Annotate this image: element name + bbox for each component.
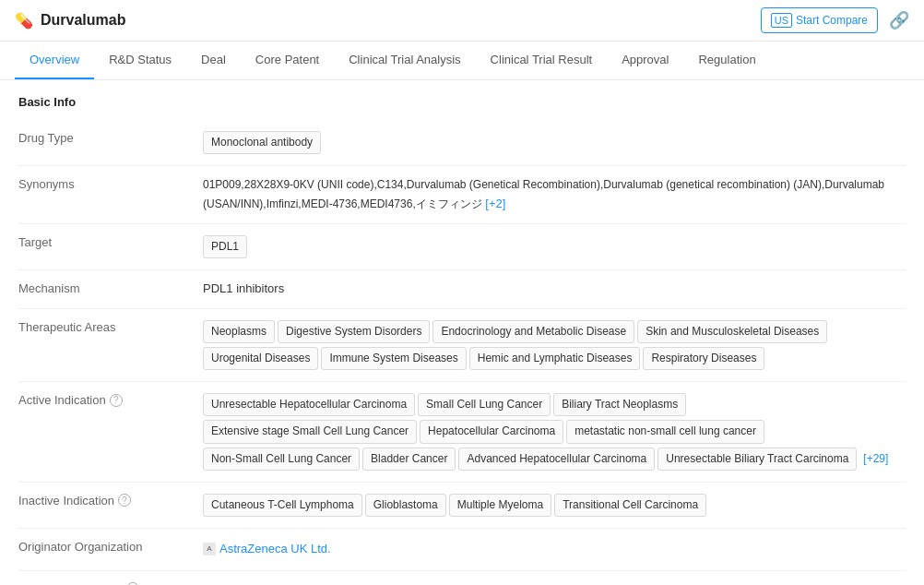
active-indication-tag[interactable]: Biliary Tract Neoplasms (553, 393, 686, 416)
tab-core-patent[interactable]: Core Patent (241, 42, 334, 79)
therapeutic-area-tag[interactable]: Digestive System Disorders (278, 320, 430, 343)
compare-icon: US (771, 13, 792, 28)
target-tag[interactable]: PDL1 (203, 235, 247, 258)
inactive-indication-label: Inactive Indication ? (18, 492, 203, 507)
tab-overview[interactable]: Overview (15, 42, 94, 79)
drug-type-tag: Monoclonal antibody (203, 131, 321, 154)
tab-clinical-trial-analysis[interactable]: Clinical Trial Analysis (334, 42, 475, 79)
active-indication-tag[interactable]: Advanced Hepatocellular Carcinoma (458, 448, 655, 471)
synonyms-value: 01P009,28X28X9-0KV (UNII code),C134,Durv… (203, 175, 906, 214)
target-row: Target PDL1 (18, 224, 906, 270)
active-indication-tag[interactable]: Hepatocellular Carcinoma (420, 420, 563, 443)
mechanism-value: PDL1 inhibitors (203, 280, 906, 299)
inactive-indication-tag[interactable]: Cutaneous T-Cell Lymphoma (203, 494, 362, 517)
active-indication-label: Active Indication ? (18, 391, 203, 407)
target-label: Target (18, 233, 203, 249)
therapeutic-areas-row: Therapeutic Areas NeoplasmsDigestive Sys… (18, 309, 906, 382)
start-compare-button[interactable]: US Start Compare (761, 7, 878, 33)
active-indication-tag[interactable]: Small Cell Lung Cancer (418, 393, 551, 416)
drug-title: Durvalumab (41, 12, 125, 29)
active-indication-tag[interactable]: Unresectable Biliary Tract Carcinoma (657, 448, 857, 471)
synonyms-more[interactable]: [+2] (485, 197, 505, 210)
active-indication-value: Unresectable Hepatocellular CarcinomaSma… (203, 391, 906, 472)
inactive-indication-tag[interactable]: Transitional Cell Carcinoma (554, 494, 706, 517)
originator-org-row: Originator Organization A AstraZeneca UK… (18, 529, 906, 571)
active-indication-tag[interactable]: Extensive stage Small Cell Lung Cancer (203, 420, 417, 443)
tab-deal[interactable]: Deal (186, 42, 241, 79)
drug-type-value: Monoclonal antibody (203, 129, 906, 156)
therapeutic-area-tag[interactable]: Immune System Diseases (321, 347, 466, 370)
inactive-indication-tag[interactable]: Multiple Myeloma (449, 494, 551, 517)
header-right: US Start Compare 🔗 (761, 7, 909, 33)
mechanism-label: Mechanism (18, 280, 203, 295)
inactive-indication-tag[interactable]: Glioblastoma (365, 494, 446, 517)
active-org-label: Active Organization ? (18, 580, 203, 585)
therapeutic-area-tag[interactable]: Endocrinology and Metabolic Disease (432, 320, 634, 343)
synonyms-label: Synonyms (18, 175, 203, 191)
therapeutic-area-tag[interactable]: Neoplasms (203, 320, 275, 343)
originator-org-icon: A (203, 543, 216, 555)
therapeutic-area-tag[interactable]: Skin and Musculoskeletal Diseases (637, 320, 827, 343)
tab-regulation[interactable]: Regulation (683, 42, 770, 79)
tab-clinical-trial-result[interactable]: Clinical Trial Result (476, 42, 608, 79)
inactive-indication-help-icon[interactable]: ? (118, 494, 131, 507)
therapeutic-areas-value: NeoplasmsDigestive System DisordersEndoc… (203, 318, 906, 372)
inactive-indication-value: Cutaneous T-Cell LymphomaGlioblastomaMul… (203, 492, 906, 519)
share-icon[interactable]: 🔗 (889, 10, 909, 30)
inactive-indication-row: Inactive Indication ? Cutaneous T-Cell L… (18, 483, 906, 529)
tab-approval[interactable]: Approval (607, 42, 683, 79)
content-area: Basic Info Drug Type Monoclonal antibody… (0, 80, 924, 585)
target-value: PDL1 (203, 233, 906, 260)
active-org-value: AAstraZeneca PLCMMedImmune LLCAAstraZene… (203, 580, 906, 585)
tab-rd-status[interactable]: R&D Status (94, 42, 186, 79)
active-indication-tag[interactable]: metastatic non-small cell lung cancer (566, 420, 764, 443)
drug-type-row: Drug Type Monoclonal antibody (18, 120, 906, 166)
originator-org-value: A AstraZeneca UK Ltd. (203, 538, 906, 561)
therapeutic-areas-label: Therapeutic Areas (18, 318, 203, 334)
active-indication-tag[interactable]: Non-Small Cell Lung Cancer (203, 448, 360, 471)
header: 💊 Durvalumab US Start Compare 🔗 (0, 0, 924, 42)
therapeutic-area-tag[interactable]: Respiratory Diseases (643, 347, 764, 370)
mechanism-row: Mechanism PDL1 inhibitors (18, 270, 906, 309)
originator-org-label: Originator Organization (18, 538, 203, 554)
active-indication-tag[interactable]: Unresectable Hepatocellular Carcinoma (203, 393, 415, 416)
synonyms-text: 01P009,28X28X9-0KV (UNII code),C134,Durv… (203, 178, 884, 210)
active-org-row: Active Organization ? AAstraZeneca PLCMM… (18, 571, 906, 585)
originator-org-item: A AstraZeneca UK Ltd. (203, 540, 331, 559)
basic-info-title: Basic Info (18, 95, 906, 109)
active-indication-more[interactable]: [+29] (863, 452, 888, 465)
drug-type-label: Drug Type (18, 129, 203, 145)
active-indication-help-icon[interactable]: ? (110, 394, 123, 407)
originator-org-link[interactable]: AstraZeneca UK Ltd. (219, 540, 331, 559)
therapeutic-area-tag[interactable]: Hemic and Lymphatic Diseases (469, 347, 641, 370)
active-indication-row: Active Indication ? Unresectable Hepatoc… (18, 382, 906, 483)
therapeutic-area-tag[interactable]: Urogenital Diseases (203, 347, 318, 370)
pill-icon: 💊 (15, 12, 33, 30)
synonyms-row: Synonyms 01P009,28X28X9-0KV (UNII code),… (18, 166, 906, 224)
nav-tabs: Overview R&D Status Deal Core Patent Cli… (0, 42, 924, 80)
header-left: 💊 Durvalumab (15, 12, 125, 30)
active-indication-tag[interactable]: Bladder Cancer (362, 448, 456, 471)
